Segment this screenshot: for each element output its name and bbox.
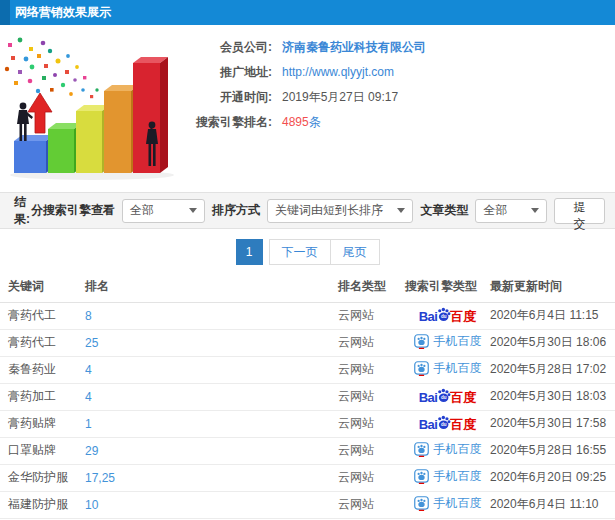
- keyword-cell: 膏药代工: [0, 302, 85, 329]
- mobile-baidu-text: 手机百度: [434, 470, 482, 482]
- rank-link[interactable]: 29: [85, 444, 98, 458]
- col-header-engine-type: 搜索引擎类型: [405, 272, 490, 302]
- engine-cell: 手机百度: [405, 491, 490, 518]
- mobile-baidu-paw-icon: [414, 334, 429, 349]
- chevron-down-icon: [189, 208, 197, 213]
- baidu-logo-du: du: [441, 314, 447, 319]
- engine-cell: Bai du 百度: [405, 302, 490, 329]
- col-header-rank: 排名: [85, 272, 338, 302]
- keyword-cell: 膏药加工: [0, 383, 85, 410]
- engine-view-label: 分搜索引擎查看: [31, 202, 115, 219]
- ranking-table: 关键词 排名 排名类型 搜索引擎类型 最新更新时间 膏药代工 8 云网站 Bai…: [0, 272, 615, 519]
- chevron-down-icon: [397, 208, 405, 213]
- info-row-open-time: 开通时间: 2019年5月27日 09:17: [182, 90, 426, 104]
- keyword-cell: 膏药贴牌: [0, 410, 85, 437]
- baidu-logo: Bai du 百度: [419, 307, 477, 323]
- rank-type-cell: 云网站: [338, 410, 405, 437]
- table-row: 膏药加工 4 云网站 Bai du 百度 2020年5月30日 18:03: [0, 383, 615, 410]
- rank-type-cell: 云网站: [338, 329, 405, 356]
- rank-link[interactable]: 4: [85, 363, 92, 377]
- results-filter-bar: 结果: 分搜索引擎查看 全部 排序方式 关键词由短到长排序 文章类型 全部 提交: [0, 192, 615, 229]
- update-time-cell: 2020年6月4日 11:15: [490, 302, 615, 329]
- next-page-button[interactable]: 下一页: [269, 239, 331, 265]
- rank-link[interactable]: 10: [85, 498, 98, 512]
- rank-link[interactable]: 8: [85, 309, 92, 323]
- update-time-cell: 2020年5月28日 17:02: [490, 356, 615, 383]
- company-label: 会员公司:: [182, 39, 272, 56]
- page-number-current[interactable]: 1: [236, 239, 263, 265]
- rank-cell: 10: [85, 491, 338, 518]
- rank-type-cell: 云网站: [338, 464, 405, 491]
- mobile-baidu-logo: 手机百度: [414, 442, 482, 457]
- title-bar-accent: [0, 0, 10, 25]
- chevron-down-icon: [531, 208, 539, 213]
- table-row: 口罩贴牌 29 云网站 手机百度 2020年5月28日 16:55: [0, 437, 615, 464]
- rank-cell: 4: [85, 383, 338, 410]
- baidu-logo-bai: Bai: [419, 391, 438, 404]
- sort-selected: 关键词由短到长排序: [275, 202, 383, 219]
- rank-cell: 25: [85, 329, 338, 356]
- mobile-baidu-text: 手机百度: [434, 362, 482, 374]
- update-time-cell: 2020年5月30日 17:58: [490, 410, 615, 437]
- rank-type-cell: 云网站: [338, 356, 405, 383]
- baidu-logo: Bai du 百度: [419, 388, 477, 404]
- rank-cell: 29: [85, 437, 338, 464]
- rank-link[interactable]: 25: [85, 336, 98, 350]
- rank-link[interactable]: 1: [85, 417, 92, 431]
- mobile-baidu-paw-icon: [414, 442, 429, 457]
- submit-button[interactable]: 提交: [554, 198, 605, 224]
- keyword-cell: 金华防护服: [0, 464, 85, 491]
- mobile-baidu-logo: 手机百度: [414, 361, 482, 376]
- col-header-update-time: 最新更新时间: [490, 272, 615, 302]
- table-row: 秦鲁药业 4 云网站 手机百度 2020年5月28日 17:02: [0, 356, 615, 383]
- rank-link[interactable]: 4: [85, 390, 92, 404]
- baidu-logo: Bai du 百度: [419, 415, 477, 431]
- info-row-url: 推广地址: http://www.qlyyjt.com: [182, 65, 426, 79]
- table-row: 福建防护服 10 云网站 手机百度 2020年6月4日 11:10: [0, 491, 615, 518]
- baidu-logo-bai: Bai: [419, 310, 438, 323]
- baidu-logo-du: du: [441, 395, 447, 400]
- table-header-row: 关键词 排名 排名类型 搜索引擎类型 最新更新时间: [0, 272, 615, 302]
- open-time-label: 开通时间:: [182, 89, 272, 106]
- engine-cell: 手机百度: [405, 329, 490, 356]
- update-time-cell: 2020年6月4日 11:10: [490, 491, 615, 518]
- member-info-section: 会员公司: 济南秦鲁药业科技有限公司 推广地址: http://www.qlyy…: [0, 25, 615, 192]
- article-type-select[interactable]: 全部: [475, 199, 547, 223]
- rank-cell: 4: [85, 356, 338, 383]
- rank-cell: 1: [85, 410, 338, 437]
- baidu-logo-cn: 百度: [450, 418, 476, 431]
- update-time-cell: 2020年6月20日 09:25: [490, 464, 615, 491]
- ranking-count-label: 搜索引擎排名:: [182, 114, 272, 131]
- sort-select[interactable]: 关键词由短到长排序: [267, 199, 413, 223]
- last-page-button[interactable]: 尾页: [330, 239, 380, 265]
- confetti-dots: [5, 38, 99, 99]
- engine-cell: Bai du 百度: [405, 383, 490, 410]
- info-row-ranking-count: 搜索引擎排名: 4895条: [182, 115, 426, 129]
- mobile-baidu-text: 手机百度: [434, 497, 482, 509]
- mobile-baidu-paw-icon: [414, 496, 429, 511]
- rank-type-cell: 云网站: [338, 491, 405, 518]
- rank-type-cell: 云网站: [338, 383, 405, 410]
- mobile-baidu-text: 手机百度: [434, 443, 482, 455]
- rank-cell: 8: [85, 302, 338, 329]
- up-arrow-icon: [28, 93, 52, 133]
- table-row: 膏药代工 25 云网站 手机百度 2020年5月30日 18:06: [0, 329, 615, 356]
- mobile-baidu-logo: 手机百度: [414, 334, 482, 349]
- company-link[interactable]: 济南秦鲁药业科技有限公司: [282, 40, 426, 54]
- open-time-value: 2019年5月27日 09:17: [282, 89, 398, 106]
- table-row: 金华防护服 17,25 云网站 手机百度 2020年6月20日 09:25: [0, 464, 615, 491]
- engine-view-select[interactable]: 全部: [122, 199, 205, 223]
- mobile-baidu-paw-icon: [414, 469, 429, 484]
- rank-link[interactable]: 17,25: [85, 471, 115, 485]
- update-time-cell: 2020年5月30日 18:03: [490, 383, 615, 410]
- engine-cell: 手机百度: [405, 437, 490, 464]
- mobile-baidu-text: 手机百度: [434, 335, 482, 347]
- table-row: 膏药贴牌 1 云网站 Bai du 百度 2020年5月30日 17:58: [0, 410, 615, 437]
- filter-controls: 分搜索引擎查看 全部 排序方式 关键词由短到长排序 文章类型 全部 提交: [31, 198, 605, 224]
- engine-cell: 手机百度: [405, 356, 490, 383]
- page-title: 网络营销效果展示: [10, 4, 111, 21]
- bar-chart-clipart-icon: [0, 33, 182, 183]
- col-header-keyword: 关键词: [0, 272, 85, 302]
- mobile-baidu-logo: 手机百度: [414, 469, 482, 484]
- promo-url-link[interactable]: http://www.qlyyjt.com: [282, 65, 394, 79]
